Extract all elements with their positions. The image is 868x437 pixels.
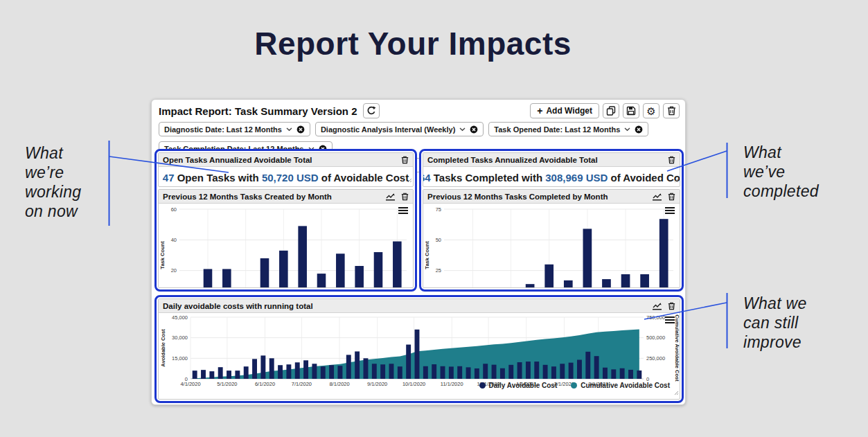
svg-text:Cumulative Avoidable Cost: Cumulative Avoidable Cost	[674, 314, 680, 382]
filter-chip-task-opened-date-last-12-months[interactable]: Task Opened Date: Last 12 Months	[488, 122, 648, 136]
page-title: Report Your Impacts	[0, 25, 826, 62]
tasks-created-chart[interactable]: 0204060May-20Jul-20Sep-20Nov-20Jan-21Mar…	[159, 204, 413, 288]
completed-summary-title: Completed Tasks Annualized Avoidable Tot…	[427, 156, 598, 164]
svg-text:15,000: 15,000	[172, 355, 188, 362]
delete-report-button[interactable]	[663, 103, 680, 118]
chevron-down-icon	[624, 127, 630, 132]
svg-text:45,000: 45,000	[172, 314, 188, 321]
open-count: 47	[163, 172, 175, 184]
completed-tasks-group: Completed Tasks Annualized Avoidable Tot…	[419, 149, 684, 292]
save-button[interactable]	[623, 103, 639, 118]
copy-icon	[606, 106, 616, 116]
report-header: Impact Report: Task Summary Version 2 + …	[152, 100, 685, 120]
delete-widget-button[interactable]	[401, 193, 409, 201]
chart-menu-button[interactable]	[665, 316, 675, 325]
legend-dot-icon	[479, 382, 486, 389]
trash-icon	[668, 302, 675, 310]
trash-icon	[401, 156, 409, 164]
svg-text:10/1/2020: 10/1/2020	[402, 381, 425, 387]
svg-text:5/1/2020: 5/1/2020	[217, 381, 237, 387]
daily-costs-chart-title: Daily avoidable costs with running total	[163, 302, 313, 310]
resize-corner-icon[interactable]	[673, 386, 679, 398]
trash-icon	[667, 106, 676, 116]
chevron-down-icon	[459, 127, 466, 132]
tasks-completed-chart[interactable]: 0255075May-20Jul-20Sep-20Nov-20Jan-21Mar…	[423, 204, 680, 288]
copy-button[interactable]	[603, 103, 619, 118]
svg-text:Avoidable Cost: Avoidable Cost	[160, 329, 166, 367]
clear-filter-icon[interactable]	[296, 125, 305, 134]
legend-label: Daily Avoidable Cost	[489, 382, 558, 389]
clear-filter-icon[interactable]	[470, 125, 478, 134]
delete-widget-button[interactable]	[668, 193, 675, 201]
delete-widget-button[interactable]	[668, 156, 675, 164]
completed-amount: 308,969 USD	[545, 172, 608, 184]
svg-text:500,000: 500,000	[646, 335, 665, 341]
legend-dot-icon	[571, 382, 577, 389]
svg-text:9/1/2020: 9/1/2020	[367, 381, 387, 387]
add-widget-button[interactable]: + Add Widget	[530, 103, 599, 118]
svg-text:Task Count: Task Count	[159, 241, 166, 269]
trash-icon	[668, 156, 675, 164]
chart-line-icon[interactable]	[652, 193, 662, 201]
trash-icon	[401, 193, 409, 201]
report-title: Impact Report: Task Summary Version 2	[159, 105, 357, 117]
tasks-completed-chart-title: Previous 12 Months Tasks Completed by Mo…	[427, 193, 608, 201]
open-tasks-group: Open Tasks Annualized Avoidable Total 47…	[154, 149, 417, 292]
filter-chip-label: Task Opened Date: Last 12 Months	[494, 125, 620, 134]
settings-button[interactable]: ⚙	[643, 103, 659, 118]
chart-menu-button[interactable]	[398, 207, 408, 215]
chart-legend: Daily Avoidable CostCumulative Avoidable…	[479, 382, 670, 389]
svg-text:60: 60	[171, 206, 177, 213]
open-summary-title: Open Tasks Annualized Avoidable Total	[163, 156, 312, 164]
svg-text:750,000: 750,000	[646, 314, 665, 321]
chart-menu-button[interactable]	[665, 207, 675, 215]
open-amount: 50,720 USD	[262, 172, 319, 184]
svg-text:30,000: 30,000	[172, 335, 188, 341]
plus-icon: +	[537, 106, 542, 116]
delete-widget-button[interactable]	[668, 302, 675, 310]
tasks-completed-chart-widget: Previous 12 Months Tasks Completed by Mo…	[423, 189, 680, 288]
annotation-can-still-improve: What we can still improve	[743, 294, 861, 352]
refresh-button[interactable]	[363, 103, 380, 118]
svg-text:40: 40	[171, 237, 177, 243]
legend-item-cumulative-avoidable-cost[interactable]: Cumulative Avoidable Cost	[571, 382, 670, 389]
page: Report Your Impacts What we’re working o…	[0, 0, 868, 437]
svg-text:50: 50	[436, 237, 441, 243]
chart-line-icon[interactable]	[652, 302, 662, 310]
svg-text:7/1/2020: 7/1/2020	[292, 381, 312, 387]
completed-count: 264	[423, 172, 431, 184]
open-summary-widget: Open Tasks Annualized Avoidable Total 47…	[158, 152, 414, 187]
svg-text:Task Count: Task Count	[424, 241, 430, 269]
chart-line-icon[interactable]	[385, 193, 396, 201]
svg-text:8/1/2020: 8/1/2020	[329, 381, 349, 387]
completed-summary-text: 264 Tasks Completed with 308,969 USD of …	[423, 167, 680, 187]
filter-chip-label: Diagnostic Date: Last 12 Months	[164, 125, 282, 134]
trash-icon	[668, 193, 675, 201]
svg-text:250,000: 250,000	[646, 355, 665, 362]
tasks-created-chart-widget: Previous 12 Months Tasks Created by Mont…	[158, 189, 414, 288]
filter-chip-diagnostic-analysis-interval-weekly[interactable]: Diagnostic Analysis Interval (Weekly)	[315, 122, 484, 136]
tasks-created-chart-title: Previous 12 Months Tasks Created by Mont…	[163, 193, 332, 201]
resize-corner-icon[interactable]	[673, 173, 679, 186]
svg-text:20: 20	[171, 267, 177, 274]
refresh-icon	[366, 106, 376, 116]
legend-item-daily-avoidable-cost[interactable]: Daily Avoidable Cost	[479, 382, 558, 389]
delete-widget-button[interactable]	[401, 156, 409, 164]
daily-costs-group: Daily avoidable costs with running total…	[154, 295, 684, 403]
report-card: Impact Report: Task Summary Version 2 + …	[151, 99, 686, 405]
filter-chip-label: Diagnostic Analysis Interval (Weekly)	[321, 125, 455, 134]
svg-text:4/1/2020: 4/1/2020	[180, 381, 200, 387]
resize-corner-icon[interactable]	[407, 173, 412, 186]
gear-icon: ⚙	[646, 106, 655, 116]
svg-text:6/1/2020: 6/1/2020	[255, 381, 275, 387]
daily-costs-chart[interactable]: 0015,000250,00030,000500,00045,000750,00…	[159, 313, 680, 391]
clear-filter-icon[interactable]	[635, 125, 643, 134]
filter-chip-diagnostic-date-last-12-months[interactable]: Diagnostic Date: Last 12 Months	[159, 122, 310, 136]
svg-text:25: 25	[436, 267, 441, 274]
annotation-working-on-now: What we’re working on now	[25, 143, 115, 221]
save-icon	[626, 106, 636, 116]
completed-summary-widget: Completed Tasks Annualized Avoidable Tot…	[423, 152, 680, 187]
open-summary-text: 47 Open Tasks with 50,720 USD of Avoidab…	[159, 167, 413, 187]
annotation-weve-completed: What we’ve completed	[743, 143, 861, 201]
chevron-down-icon	[286, 127, 292, 132]
